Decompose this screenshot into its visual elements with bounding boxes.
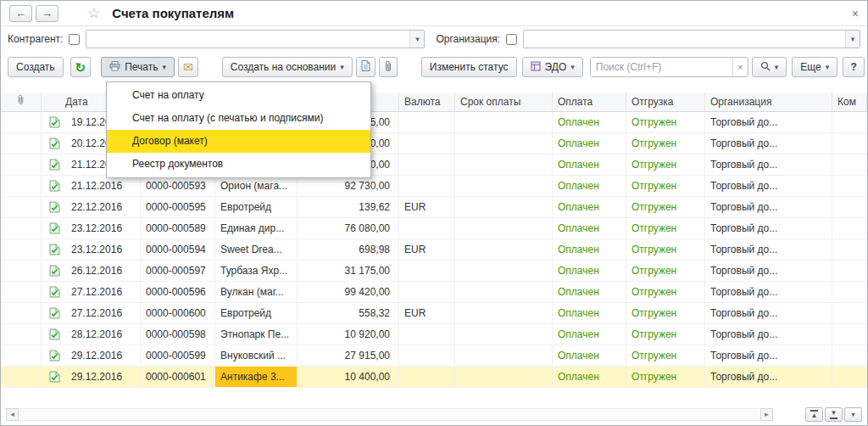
counterparty-filter-checkbox[interactable]	[69, 34, 80, 45]
more-button[interactable]: Еще ▾	[792, 57, 837, 77]
organization-dropdown-icon[interactable]: ▾	[845, 31, 860, 48]
go-to-list-bottom-button[interactable]: ▼	[825, 407, 843, 422]
search-input[interactable]	[591, 58, 732, 76]
date-value: 22.12.2016	[71, 197, 122, 217]
column-header-payment[interactable]: Оплата	[553, 92, 626, 111]
print-button[interactable]: Печать ▾	[101, 57, 175, 77]
comment-cell	[832, 154, 867, 175]
date-value: 27.12.2016	[71, 282, 122, 302]
table-row[interactable]: 23.12.2016 0000-000594 Sweet Drea... 698…	[1, 239, 867, 261]
edo-button[interactable]: ЭДО ▾	[522, 57, 583, 77]
document-icon	[361, 60, 370, 74]
attachment-cell	[1, 197, 42, 217]
horizontal-scrollbar[interactable]: ◄ ►	[6, 408, 773, 421]
edo-icon	[531, 61, 541, 74]
table-row[interactable]: 27.12.2016 0000-000596 Вулкан (маг... 99…	[1, 282, 867, 303]
print-menu-item[interactable]: Реестр документов	[107, 153, 370, 176]
date-value: 21.12.2016	[71, 176, 122, 196]
column-header-comment[interactable]: Ком	[832, 92, 867, 111]
counterparty-dropdown-icon[interactable]: ▾	[409, 31, 424, 48]
organization-filter-checkbox[interactable]	[506, 34, 517, 45]
create-based-on-button[interactable]: Создать на основании ▾	[222, 57, 353, 77]
date-value: 27.12.2016	[71, 303, 122, 323]
back-button[interactable]: ←	[9, 5, 32, 22]
due-date-cell	[455, 282, 553, 302]
column-header-due-date[interactable]: Срок оплаты	[455, 92, 553, 111]
attachment-cell	[1, 324, 42, 345]
search-options-button[interactable]: ▾	[752, 57, 787, 77]
scroll-right-icon[interactable]: ►	[760, 408, 773, 421]
print-menu-item[interactable]: Договор (макет)	[107, 130, 370, 153]
payment-status-cell: Оплачен	[553, 197, 626, 217]
date-cell: 21.12.2016	[42, 176, 141, 196]
column-header-currency[interactable]: Валюта	[399, 92, 455, 111]
comment-cell	[832, 176, 867, 196]
payment-status-cell: Оплачен	[553, 324, 626, 345]
search-clear-icon[interactable]: ×	[732, 58, 748, 76]
counterparty-input[interactable]	[86, 31, 409, 48]
column-header-attachments[interactable]	[1, 92, 42, 111]
change-status-button[interactable]: Изменить статус	[421, 57, 517, 77]
due-date-cell	[455, 239, 553, 260]
table-row[interactable]: 29.12.2016 0000-000599 Внуковский ... 27…	[1, 345, 867, 367]
list-more-button[interactable]: ▾	[844, 407, 862, 422]
table-row[interactable]: 21.12.2016 0000-000593 Орион (мага... 92…	[1, 176, 867, 197]
amount-cell: 27 915,00	[298, 345, 399, 366]
attachments-button[interactable]	[379, 57, 398, 77]
date-cell: 23.12.2016	[42, 218, 141, 238]
search-box[interactable]: ×	[590, 57, 748, 77]
send-email-button[interactable]: ✉	[178, 57, 198, 77]
go-to-list-top-button[interactable]: ▲	[805, 407, 823, 422]
posted-document-icon	[49, 159, 60, 171]
organization-filter-label: Организация:	[436, 33, 500, 45]
payment-status-cell: Оплачен	[553, 176, 626, 196]
number-cell: 0000-000594	[141, 239, 215, 260]
reports-button[interactable]	[356, 57, 376, 77]
table-row[interactable]: 26.12.2016 0000-000597 Турбаза Яхр... 31…	[1, 261, 867, 282]
due-date-cell	[455, 133, 553, 154]
currency-cell	[399, 154, 455, 175]
posted-document-icon	[49, 137, 60, 149]
table-row[interactable]: 22.12.2016 0000-000595 Евротрейд 139,62 …	[1, 197, 867, 218]
table-row[interactable]: 27.12.2016 0000-000600 Евротрейд 558,32 …	[1, 303, 867, 324]
column-header-organization[interactable]: Организация	[705, 92, 832, 111]
posted-document-icon	[49, 286, 60, 298]
paperclip-icon	[384, 60, 392, 75]
print-menu-item[interactable]: Счет на оплату	[107, 84, 370, 107]
date-value: 29.12.2016	[71, 345, 122, 366]
table-row[interactable]: 23.12.2016 0000-000589 Единая дир... 76 …	[1, 218, 867, 239]
shipment-status-cell: Отгружен	[626, 218, 705, 238]
shipment-status-cell: Отгружен	[626, 176, 705, 196]
favorite-star-icon[interactable]: ☆	[87, 4, 100, 22]
table-row[interactable]: 28.12.2016 0000-000598 Этнопарк Пе... 10…	[1, 324, 867, 345]
counterparty-combo[interactable]: ▾	[86, 30, 425, 48]
number-cell: 0000-000596	[141, 282, 215, 302]
organization-combo[interactable]: ▾	[523, 30, 860, 48]
amount-cell: 10 400,00	[298, 367, 399, 387]
comment-cell	[832, 282, 867, 302]
shipment-status-cell: Отгружен	[626, 112, 705, 132]
date-cell: 22.12.2016	[42, 197, 141, 217]
chevron-down-icon: ▾	[340, 63, 344, 71]
more-button-label: Еще	[800, 61, 821, 73]
create-button[interactable]: Создать	[8, 57, 64, 77]
organization-cell: Торговый до...	[705, 282, 832, 302]
scrollbar-track[interactable]	[19, 408, 760, 421]
currency-cell	[399, 112, 455, 132]
payment-status-cell: Оплачен	[553, 367, 626, 387]
refresh-button[interactable]: ↻	[70, 57, 92, 77]
table-row[interactable]: 29.12.2016 0000-000601 Антикафе 3... 10 …	[1, 367, 867, 388]
comment-cell	[832, 261, 867, 281]
due-date-cell	[455, 218, 553, 238]
forward-button[interactable]: →	[36, 5, 58, 22]
column-header-shipment[interactable]: Отгрузка	[626, 92, 705, 111]
print-menu-item[interactable]: Счет на оплату (с печатью и подписями)	[107, 107, 370, 130]
filter-bar: Контрагент: ▾ Организация: ▾	[1, 26, 867, 52]
organization-input[interactable]	[524, 31, 845, 48]
help-button[interactable]: ?	[843, 57, 865, 77]
due-date-cell	[455, 261, 553, 281]
close-icon[interactable]: ×	[847, 5, 864, 22]
scroll-left-icon[interactable]: ◄	[6, 408, 19, 421]
refresh-icon: ↻	[75, 61, 86, 74]
organization-cell: Торговый до...	[705, 367, 832, 387]
